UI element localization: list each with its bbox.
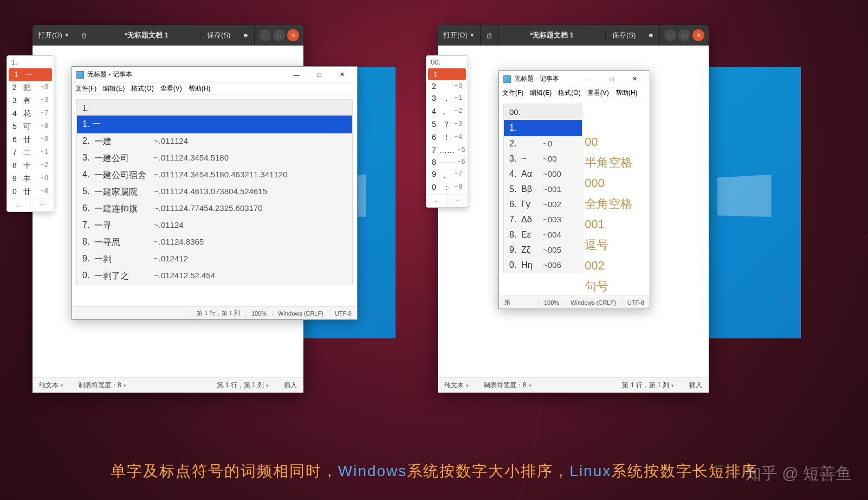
menu-item[interactable]: 文件(F) <box>502 88 523 98</box>
minimize-button[interactable]: — <box>259 29 271 41</box>
ime-candidate[interactable]: 8——~6 <box>426 156 468 168</box>
candidate-item[interactable]: 7.一寻~.01124 <box>77 217 352 234</box>
cursor-pos[interactable]: 第 1 行，第 1 列 <box>217 381 269 390</box>
new-tab-button[interactable]: ⎙ <box>481 25 498 46</box>
ime-candidate[interactable]: 7二~1 <box>7 146 54 159</box>
ime-candidate[interactable]: 0：~8 <box>426 181 468 194</box>
ime-candidate[interactable]: 3，~1 <box>426 92 468 105</box>
notepad-titlebar: 无标题 - 记事本 — □ ✕ <box>72 67 357 83</box>
menu-button[interactable]: ≡ <box>642 25 660 46</box>
close-button[interactable]: ✕ <box>692 29 704 41</box>
save-button[interactable]: 保存(S) <box>605 30 642 40</box>
candidate-item[interactable]: 8.一寻思~.01124.8365 <box>77 234 352 251</box>
notepad-icon <box>76 71 84 79</box>
candidate-item[interactable]: 9.一剥~.012412 <box>77 251 352 268</box>
minimize-button[interactable]: — <box>578 73 600 86</box>
candidate-item[interactable]: 3.一建公司~.011124.3454.5180 <box>77 150 352 167</box>
tab-width[interactable]: 制表符宽度：8 <box>484 381 532 390</box>
ime-candidate[interactable]: 4。 ~2 <box>426 105 468 118</box>
candidate-item[interactable]: 3.~~00 <box>504 151 582 166</box>
save-button[interactable]: 保存(S) <box>200 30 237 40</box>
ime-candidate[interactable]: 5？~3 <box>426 118 468 131</box>
tab-width[interactable]: 制表符宽度：8 <box>79 381 126 390</box>
ime-candidate[interactable]: 0廿~8 <box>7 185 54 198</box>
candidate-item[interactable]: 4.Αα~000 <box>504 166 582 182</box>
menu-item[interactable]: 格式(O) <box>558 88 580 98</box>
close-button[interactable]: ✕ <box>624 73 645 86</box>
maximize-button[interactable]: □ <box>601 73 623 86</box>
notepad-menubar[interactable]: 文件(F)编辑(E)格式(O)查看(V)帮助(H) <box>72 83 357 95</box>
maximize-button[interactable]: □ <box>678 29 690 41</box>
menu-item[interactable]: 帮助(H) <box>616 88 638 98</box>
titlebar: 打开(O) ▼ ⎙ *无标题文档 1 保存(S) ≡ — □ ✕ <box>33 25 303 46</box>
menu-item[interactable]: 文件(F) <box>75 84 96 93</box>
menu-button[interactable]: ≡ <box>237 25 255 46</box>
menu-item[interactable]: 格式(O) <box>131 84 153 93</box>
menu-item[interactable]: 编辑(E) <box>530 88 552 98</box>
ime-candidate[interactable]: 4花~7 <box>7 107 54 120</box>
ime-candidate[interactable]: 2~0 <box>426 80 468 92</box>
ime-candidate[interactable]: 1 <box>428 68 466 80</box>
candidate-item[interactable]: 2.一建~.011124 <box>77 133 352 150</box>
candidate-item[interactable]: 9.Ζζ~005 <box>504 242 582 258</box>
minimize-button[interactable]: — <box>664 29 676 41</box>
filetype[interactable]: 纯文本 <box>39 381 63 390</box>
candidate-selected[interactable]: 1. 一 <box>77 116 352 133</box>
ime-panel-right[interactable]: 00. 12~03，~14。 ~25？~36！~47……~58——~69、~70… <box>426 55 468 208</box>
menu-item[interactable]: 查看(V) <box>587 88 609 98</box>
candidate-item[interactable]: 0.Ηη~006 <box>504 258 582 273</box>
ime-candidate[interactable]: 3有~3 <box>7 94 54 107</box>
notepad-body[interactable]: 1. 1. 一 2.一建~.0111243.一建公司~.011124.3454.… <box>72 95 357 303</box>
document-title: *无标题文档 1 <box>498 30 605 40</box>
ime-nav[interactable]: ︿﹀ <box>426 194 468 207</box>
notepad-statusbar: 第 1 行，第 1 列 100% Windows (CRLF) UTF-8 <box>72 306 357 319</box>
notepad-body[interactable]: 00. 1. 2.~03.~~004.Αα~0005.Ββ~0016.Γγ~00… <box>499 99 650 292</box>
ime-candidate[interactable]: 6廿~0 <box>7 133 54 146</box>
ime-candidate[interactable]: 7……~5 <box>426 144 468 156</box>
notepad-window-left: 无标题 - 记事本 — □ ✕ 文件(F)编辑(E)格式(O)查看(V)帮助(H… <box>72 66 358 320</box>
candidate-window[interactable]: 00. 1. 2.~03.~~004.Αα~0005.Ββ~0016.Γγ~00… <box>503 104 582 273</box>
maximize-button[interactable]: □ <box>273 29 285 41</box>
ime-candidate[interactable]: 8十~2 <box>7 159 54 172</box>
open-button[interactable]: 打开(O) ▼ <box>33 25 75 46</box>
open-button[interactable]: 打开(O) ▼ <box>438 25 481 46</box>
document-title: *无标题文档 1 <box>93 30 200 40</box>
ime-candidate[interactable]: 1一 <box>9 68 52 81</box>
ime-nav[interactable]: ︿﹀ <box>7 198 54 211</box>
candidate-item[interactable]: 8.Εε~004 <box>504 227 582 242</box>
close-button[interactable]: ✕ <box>287 29 299 41</box>
candidate-item[interactable]: 5.Ββ~001 <box>504 182 582 197</box>
candidate-item[interactable]: 7.Δδ~003 <box>504 212 582 227</box>
insert-mode: 插入 <box>284 381 297 390</box>
titlebar: 打开(O) ▼ ⎙ *无标题文档 1 保存(S) ≡ — □ ✕ <box>438 25 709 46</box>
close-button[interactable]: ✕ <box>331 68 353 81</box>
candidate-item[interactable]: 0.一剥了之~.012412.52.454 <box>77 268 352 285</box>
ime-panel-left[interactable]: 1. 1一2把~03有~34花~75可~86廿~07二~18十~29丰~00廿~… <box>7 55 54 212</box>
candidate-selected[interactable]: 1. <box>504 120 582 136</box>
candidate-item[interactable]: 6.一建连帅旗~.011124.77454.2325.603170 <box>77 201 352 217</box>
menu-item[interactable]: 帮助(H) <box>189 84 211 93</box>
menu-item[interactable]: 查看(V) <box>160 84 182 93</box>
notepad-window-right: 无标题 - 记事本 — □ ✕ 文件(F)编辑(E)格式(O)查看(V)帮助(H… <box>498 70 650 309</box>
candidate-window[interactable]: 1. 1. 一 2.一建~.0111243.一建公司~.011124.3454.… <box>76 99 353 285</box>
candidate-input: 00. <box>504 104 582 120</box>
candidate-item[interactable]: 5.一建家属院~.011124.4613.073804.524615 <box>77 184 352 201</box>
ime-candidate[interactable]: 5可~8 <box>7 120 54 133</box>
ime-candidate[interactable]: 9、~7 <box>426 168 468 181</box>
filetype[interactable]: 纯文本 <box>444 381 469 390</box>
minimize-button[interactable]: — <box>286 68 307 81</box>
cursor-pos[interactable]: 第 1 行，第 1 列 <box>622 381 674 390</box>
ime-candidate[interactable]: 6！~4 <box>426 131 468 144</box>
annotation-labels: 00半角空格000全角空格001逗号002句号 <box>585 132 632 297</box>
candidate-input: 1. <box>77 100 352 116</box>
new-tab-button[interactable]: ⎙ <box>75 25 93 46</box>
notepad-menubar[interactable]: 文件(F)编辑(E)格式(O)查看(V)帮助(H) <box>499 87 650 99</box>
candidate-item[interactable]: 4.一建公司宿舍~.011124.3454.5180.463211.341120 <box>77 167 352 184</box>
ime-candidate[interactable]: 2把~0 <box>7 81 54 94</box>
menu-item[interactable]: 编辑(E) <box>103 84 125 93</box>
ime-input: 00. <box>426 56 468 68</box>
candidate-item[interactable]: 6.Γγ~002 <box>504 197 582 212</box>
candidate-item[interactable]: 2.~0 <box>504 136 582 151</box>
ime-candidate[interactable]: 9丰~0 <box>7 172 54 185</box>
maximize-button[interactable]: □ <box>308 68 330 81</box>
